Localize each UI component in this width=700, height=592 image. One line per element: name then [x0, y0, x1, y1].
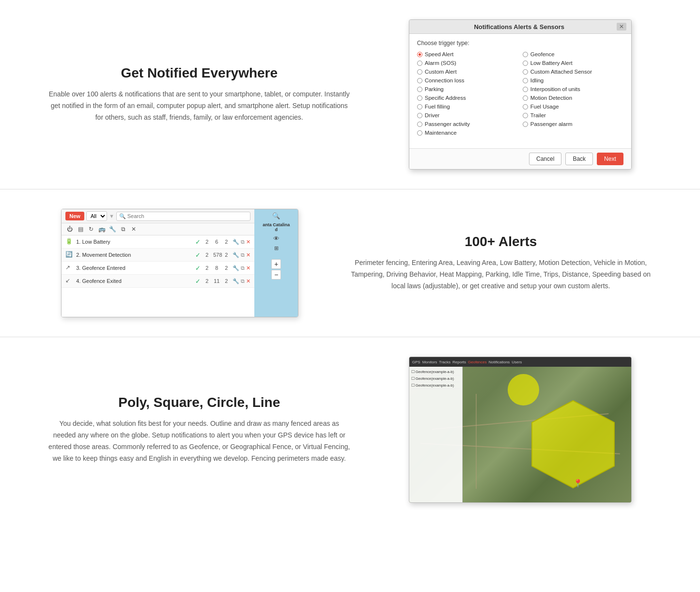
alert-name-4: 4. Geofence Exited: [76, 278, 192, 284]
new-alert-button[interactable]: New: [65, 212, 84, 220]
alert-check-3: ✓: [195, 265, 201, 272]
option-maintenance[interactable]: Maintenance: [417, 130, 518, 136]
alert-row-1: 🔋 1. Low Battery ✓ 2 6 2 🔧 ⧉ ✕: [62, 235, 254, 249]
cancel-button[interactable]: Cancel: [529, 153, 561, 165]
geofence-row-1: ☐Geofence(example-a-b): [411, 369, 460, 375]
search-input[interactable]: [127, 213, 248, 219]
option-alarm-sos[interactable]: Alarm (SOS): [417, 60, 518, 66]
section1-text: Get Notified Everywhere Enable over 100 …: [29, 56, 370, 133]
section-geofence: Poly, Square, Circle, Line You decide, w…: [0, 337, 700, 522]
geofence-exit-icon: ↙: [65, 277, 73, 285]
hex-shape: [525, 396, 622, 493]
tool-icon[interactable]: 🔧: [108, 225, 117, 234]
copy-icon-2[interactable]: ⧉: [241, 252, 245, 258]
option-connection-loss[interactable]: Connection loss: [417, 78, 518, 83]
edit-icon-4[interactable]: 🔧: [233, 278, 239, 284]
list-icon[interactable]: ▤: [76, 225, 85, 234]
section1-description: Enable over 100 alerts & notifications t…: [48, 89, 350, 123]
radio-fuel-filling: [417, 104, 422, 109]
alert-name-2: 2. Movement Detection: [76, 252, 192, 258]
delete-icon-4[interactable]: ✕: [246, 278, 250, 284]
option-trailer[interactable]: Trailer: [523, 112, 623, 118]
section3-title: Poly, Square, Circle, Line: [48, 395, 350, 410]
option-passenger-alarm[interactable]: Passenger alarm: [523, 121, 623, 127]
modal-close-button[interactable]: ✕: [617, 23, 626, 31]
modal-titlebar: Notifications Alerts & Sensors ✕: [409, 20, 631, 34]
alert-num2-2: 578: [213, 252, 220, 258]
radio-passenger-alarm: [523, 122, 528, 127]
section3-description: You decide, what solution fits best for …: [48, 418, 350, 464]
section-alerts: 100+ Alerts Perimeter fencing, Entering …: [0, 189, 700, 337]
option-driver[interactable]: Driver: [417, 112, 518, 118]
alert-actions-2: 🔧 ⧉ ✕: [233, 252, 250, 258]
close-toolbar-icon[interactable]: ✕: [129, 225, 138, 234]
option-custom-alert[interactable]: Custom Alert: [417, 69, 518, 75]
edit-icon-3[interactable]: 🔧: [233, 265, 239, 271]
zoom-out-button[interactable]: −: [271, 270, 281, 280]
alert-num3-4: 2: [223, 278, 230, 284]
copy-icon-1[interactable]: ⧉: [241, 239, 245, 245]
topbar-monitors: Monitors: [422, 360, 437, 364]
alert-row-2: 🔄 2. Movement Detection ✓ 2 578 2 🔧 ⧉ ✕: [62, 249, 254, 262]
copy-icon[interactable]: ⧉: [119, 225, 127, 234]
option-interposition[interactable]: Interposition of units: [523, 86, 623, 92]
alert-check-2: ✓: [195, 251, 201, 259]
back-button[interactable]: Back: [565, 153, 593, 165]
geofence-screenshot: GPS Monitors Tracks Reports Geofences No…: [409, 357, 632, 503]
map-layers-icon[interactable]: ⊞: [274, 245, 279, 251]
radio-low-battery-alert: [523, 61, 528, 66]
radio-interposition: [523, 87, 528, 92]
battery-icon: 🔋: [65, 238, 73, 246]
option-motion-detection[interactable]: Motion Detection: [523, 95, 623, 101]
option-specific-address[interactable]: Specific Address: [417, 95, 518, 101]
alert-row-3: ↗ 3. Geofence Entered ✓ 2 8 2 🔧 ⧉ ✕: [62, 262, 254, 275]
radio-custom-sensor: [523, 69, 528, 75]
next-button[interactable]: Next: [597, 153, 623, 165]
option-low-battery-alert[interactable]: Low Battery Alert: [523, 60, 623, 66]
modal-body: Choose trigger type: Speed Alert Geofenc…: [409, 34, 631, 148]
zoom-in-button[interactable]: +: [271, 259, 281, 269]
alert-check-4: ✓: [195, 278, 201, 285]
delete-icon-1[interactable]: ✕: [246, 239, 250, 245]
power-icon[interactable]: ⏻: [65, 225, 74, 234]
option-passenger-activity[interactable]: Passenger activity: [417, 121, 518, 127]
copy-icon-4[interactable]: ⧉: [241, 278, 245, 284]
topbar-reports: Reports: [452, 360, 466, 364]
alert-num2-4: 11: [213, 278, 220, 284]
geofence-enter-icon: ↗: [65, 264, 73, 272]
option-geofence[interactable]: Geofence: [523, 51, 623, 57]
map-pin: 📍: [573, 479, 583, 488]
filter-select[interactable]: All: [86, 211, 107, 221]
delete-icon-3[interactable]: ✕: [246, 265, 250, 271]
edit-icon-1[interactable]: 🔧: [233, 239, 239, 245]
search-icon: 🔍: [119, 213, 126, 219]
option-empty: [523, 130, 623, 136]
search-box: 🔍: [116, 212, 250, 221]
alert-list-main: New All ▼ 🔍 ⏻ ▤ ↻ 🚌 🔧: [62, 209, 254, 317]
alert-name-3: 3. Geofence Entered: [76, 265, 192, 271]
alert-actions-3: 🔧 ⧉ ✕: [233, 265, 250, 271]
refresh-icon[interactable]: ↻: [87, 225, 95, 234]
map-search-icon[interactable]: 🔍: [272, 212, 280, 219]
edit-icon-2[interactable]: 🔧: [233, 252, 239, 258]
car-icon[interactable]: 🚌: [97, 225, 106, 234]
delete-icon-2[interactable]: ✕: [246, 252, 250, 258]
option-parking[interactable]: Parking: [417, 86, 518, 92]
alert-num1-3: 2: [203, 265, 210, 271]
radio-connection-loss: [417, 78, 422, 83]
topbar-geofences: Geofences: [468, 360, 487, 364]
modal-options-grid: Speed Alert Geofence Alarm (SOS) Low Bat…: [417, 51, 623, 136]
copy-icon-3[interactable]: ⧉: [241, 265, 245, 271]
map-zoom-buttons: + −: [271, 259, 281, 280]
option-idling[interactable]: Idling: [523, 78, 623, 83]
option-fuel-usage[interactable]: Fuel Usage: [523, 104, 623, 109]
map-eye-icon[interactable]: 👁: [273, 235, 280, 242]
option-custom-sensor[interactable]: Custom Attached Sensor: [523, 69, 623, 75]
alert-num2-3: 8: [213, 265, 220, 271]
topbar-users: Users: [512, 360, 522, 364]
geofence-row-3: ☐Geofence(example-a-b): [411, 382, 460, 389]
alert-num1-4: 2: [203, 278, 210, 284]
option-speed-alert[interactable]: Speed Alert: [417, 51, 518, 57]
option-fuel-filling[interactable]: Fuel filling: [417, 104, 518, 109]
section2-title: 100+ Alerts: [350, 234, 652, 249]
